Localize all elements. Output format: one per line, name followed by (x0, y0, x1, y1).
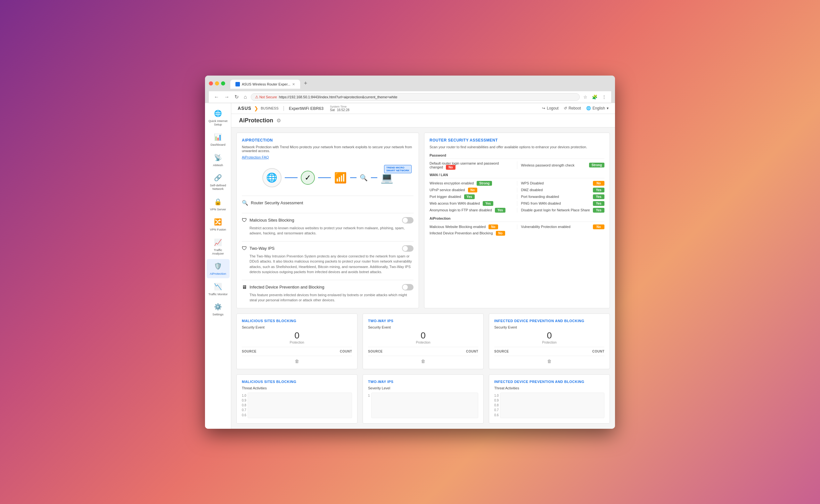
stat-two-way-event-label: Security Event (368, 325, 478, 329)
url-text: https://192.168.50.1:8443/index.html?url… (279, 95, 397, 99)
logout-label: Logout (547, 106, 559, 110)
sidebar-item-self-defined-network[interactable]: 🔗 Self-defined Network (207, 171, 230, 193)
sidebar-item-aimesh[interactable]: 📡 AiMesh (207, 150, 230, 169)
minimize-button[interactable] (215, 81, 219, 85)
password-left: Default router login username and passwo… (430, 161, 513, 169)
page-header: AiProtection ⚙ (231, 114, 615, 127)
chart-malicious-area (248, 393, 352, 418)
sidebar-label-traffic-analyzer: Traffic Analyzer (208, 248, 228, 256)
tab-close-button[interactable]: × (292, 82, 295, 87)
logout-button[interactable]: ↪ Logout (542, 106, 559, 110)
vpn-server-icon: 🔒 (214, 197, 223, 206)
time-day: Sat (330, 108, 335, 112)
reboot-icon: ↺ (564, 106, 567, 110)
infected-device-toggle[interactable] (402, 284, 414, 290)
reboot-button[interactable]: ↺ Reboot (564, 106, 581, 110)
assessment-row-ai-0: Malicious Website Blocking enabled No Vu… (430, 224, 605, 229)
close-button[interactable] (209, 81, 213, 85)
stat-two-way-title: TWO-WAY IPS (368, 319, 478, 323)
browser-tab-active[interactable]: ASUS Wireless Router Exper... × (230, 80, 300, 89)
nav-home-button[interactable]: ⌂ (242, 93, 248, 101)
chart-panel-two-way: TWO-WAY IPS Severity Level 1 (362, 374, 484, 424)
vulnerability-status: No (593, 224, 605, 229)
sidebar-item-dashboard[interactable]: 📊 Dashboard (207, 130, 230, 149)
tab-title: ASUS Wireless Router Exper... (242, 82, 290, 86)
main-content: AIPROTECTION Network Protection with Tre… (231, 127, 615, 429)
password-right: Wireless password strength check Strong (521, 163, 605, 167)
assessment-row-wan-3: Web access from WAN disabled Yes PING fr… (430, 201, 605, 206)
bookmark-button[interactable]: ☆ (582, 93, 589, 101)
feature-malicious-sites: 🛡 Malicious Sites Blocking Restrict acce… (242, 213, 414, 236)
sidebar-label-self-defined: Self-defined Network (208, 183, 228, 191)
feature-header-infected: 🖥 Infected Device Prevention and Blockin… (242, 284, 414, 290)
logout-icon: ↪ (542, 106, 545, 110)
nav-back-button[interactable]: ← (213, 93, 220, 101)
chart-malicious-title: MALICIOUS SITES BLOCKING (242, 380, 352, 384)
diagram-connection (285, 177, 297, 178)
stat-two-way-delete[interactable]: 🗑 (368, 356, 478, 364)
sidebar-label-vpn-fusion: VPN Fusion (210, 228, 226, 231)
diagram-line-4 (371, 177, 377, 178)
wan-left-0: Wireless encryption enabled Strong (430, 181, 513, 185)
stat-two-way-count: 0 (368, 330, 478, 341)
port-trigger-text: Port trigger disabled (430, 195, 461, 199)
asus-chevron-icon: ❯ (254, 105, 258, 111)
page-gear-icon[interactable]: ⚙ (276, 118, 281, 124)
sidebar-item-vpn-fusion[interactable]: 🔀 VPN Fusion (207, 215, 230, 234)
infected-device-desc: This feature prevents infected devices f… (249, 292, 414, 303)
sidebar-item-vpn-server[interactable]: 🔒 VPN Server (207, 195, 230, 214)
app-container: 🌐 Quick Internet Setup 📊 Dashboard 📡 AiM… (205, 103, 615, 429)
feature-header-router: 🔍 Router Security Assessment (242, 200, 414, 206)
address-bar[interactable]: Not Secure https://192.168.50.1:8443/ind… (251, 93, 580, 101)
wan-lan-section-title: WAN / LAN (430, 173, 605, 178)
stat-infected-delete[interactable]: 🗑 (494, 356, 605, 364)
stat-malicious-delete[interactable]: 🗑 (242, 356, 352, 364)
sidebar-item-traffic-monitor[interactable]: 📉 Traffic Monitor (207, 280, 230, 298)
assessment-row-ai-1: Infected Device Prevention and Blocking … (430, 231, 605, 235)
chart-panel-infected: INFECTED DEVICE PREVENTION AND BLOCKING … (489, 374, 610, 424)
malicious-sites-desc: Restrict access to known malicious websi… (249, 225, 414, 236)
stat-infected-columns: SOURCE COUNT (494, 347, 605, 353)
wps-disabled-status: No (593, 181, 605, 186)
assessment-row-wan-2: Port trigger disabled Yes Port forwardin… (430, 194, 605, 199)
infected-device-text: Infected Device Prevention and Blocking (430, 231, 493, 235)
language-button[interactable]: 🌐 English ▾ (586, 106, 609, 110)
nav-forward-button[interactable]: → (223, 93, 231, 101)
malicious-sites-toggle[interactable] (402, 217, 414, 224)
chart-infected-area (500, 393, 605, 418)
malicious-website-text: Malicious Website Blocking enabled (430, 225, 486, 229)
new-tab-button[interactable]: + (301, 78, 311, 89)
chart-malicious-wrapper: 1.0 0.9 0.8 0.7 0.6 (242, 393, 352, 418)
maximize-button[interactable] (221, 81, 225, 85)
two-way-ips-toggle[interactable] (402, 245, 414, 252)
chart-two-way-wrapper: 1 (368, 393, 478, 418)
aiprotection-icon: 🛡️ (214, 262, 223, 271)
port-forwarding-text: Port forwarding disabled (521, 195, 559, 199)
sidebar-item-traffic-analyzer[interactable]: 📈 Traffic Analyzer (207, 235, 230, 258)
sidebar-item-quick-setup[interactable]: 🌐 Quick Internet Setup (207, 106, 230, 129)
business-text: BUSINESS (261, 106, 279, 110)
two-way-ips-icon: 🛡 (242, 246, 247, 251)
browser-titlebar: ASUS Wireless Router Exper... × + ← → ↻ … (205, 76, 615, 103)
page-title: AiProtection (239, 117, 273, 124)
extensions-button[interactable]: 🧩 (591, 93, 598, 101)
sidebar-item-settings[interactable]: ⚙️ Settings (207, 300, 230, 319)
menu-button[interactable]: ⋮ (601, 93, 607, 101)
sidebar-item-aiprotection[interactable]: 🛡️ AiProtection (207, 259, 230, 278)
feature-header-malicious: 🛡 Malicious Sites Blocking (242, 217, 414, 224)
y-label-4: 0.7 (242, 408, 246, 412)
system-time-value: Sat 16:52:28 (330, 108, 349, 112)
aiprotection-faq-link[interactable]: AiProtection FAQ (242, 155, 269, 159)
stat-infected-title: INFECTED DEVICE PREVENTION AND BLOCKING (494, 319, 605, 323)
stat-panel-infected: INFECTED DEVICE PREVENTION AND BLOCKING … (489, 313, 610, 369)
y-label-inf-4: 0.7 (494, 408, 499, 412)
chart-infected-y-labels: 1.0 0.9 0.8 0.7 0.6 (494, 393, 499, 418)
sidebar: 🌐 Quick Internet Setup 📊 Dashboard 📡 AiM… (205, 103, 231, 429)
stat-malicious-source-label: SOURCE (242, 350, 256, 353)
nav-refresh-button[interactable]: ↻ (233, 93, 240, 101)
wireless-encryption-text: Wireless encryption enabled (430, 181, 474, 185)
wan-right-4: Disable guest login for Network Place Sh… (521, 208, 605, 213)
wps-disabled-text: WPS Disabled (521, 181, 544, 185)
shield-diagram: ✓ (301, 171, 315, 185)
port-forwarding-status: Yes (593, 194, 605, 199)
